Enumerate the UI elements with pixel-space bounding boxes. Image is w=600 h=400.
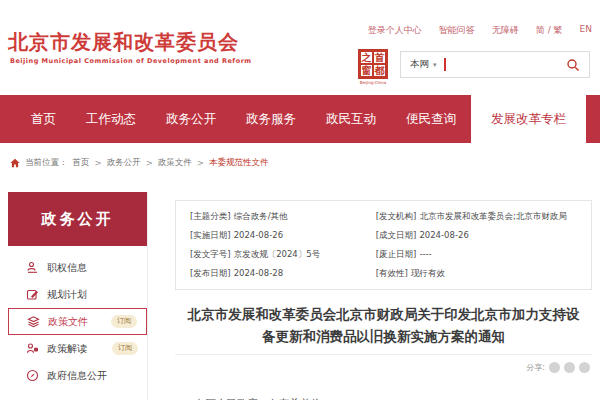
seal-char: 都 bbox=[373, 64, 386, 77]
meta-field: [发布日期]2024-08-28 bbox=[190, 268, 376, 280]
meta-field: [有效性]现行有效 bbox=[376, 268, 577, 280]
nav-item-convenient-query[interactable]: 便民查询 bbox=[391, 95, 471, 143]
sidebar-item-label: 职权信息 bbox=[47, 261, 87, 275]
nav-item-home[interactable]: 首页 bbox=[16, 95, 71, 143]
meta-field-value: ---- bbox=[419, 249, 431, 259]
meta-field-label: [主题分类] bbox=[190, 211, 231, 221]
seal-char: 窗 bbox=[360, 64, 373, 77]
sidebar-item-planning[interactable]: 规划计划 bbox=[8, 281, 147, 308]
home-icon[interactable] bbox=[10, 158, 20, 168]
breadcrumb: 当前位置： 首页 > 政务公开 > 政策文件 > 本委规范性文件 bbox=[0, 143, 600, 182]
meta-field-label: [发文机构] bbox=[376, 211, 417, 221]
sidebar-header: 政务公开 bbox=[8, 192, 147, 246]
sidebar-item-policy-interpretation[interactable]: 政策解读 订阅 bbox=[8, 335, 147, 362]
sidebar-item-label: 政策解读 bbox=[47, 342, 87, 356]
chevron-down-icon: ▾ bbox=[433, 61, 437, 69]
share-icon-3[interactable] bbox=[579, 362, 590, 373]
meta-field-value: 2024-08-26 bbox=[234, 230, 283, 240]
sidebar-item-label: 规划计划 bbox=[47, 288, 87, 302]
page: 登录个人中心 智能问答 无障碍 简 / 繁 EN 北京市发展和改革委员会 Bei… bbox=[0, 0, 600, 400]
breadcrumb-separator: > bbox=[146, 158, 153, 168]
meta-field-value: 2024-08-28 bbox=[234, 268, 283, 278]
subscribe-badge[interactable]: 订阅 bbox=[112, 342, 138, 355]
meta-field: [实施日期]2024-08-26 bbox=[190, 230, 376, 242]
meta-field-value: 京发改规〔2024〕5号 bbox=[234, 249, 321, 259]
nav-item-reform-column[interactable]: 发展改革专栏 bbox=[471, 95, 586, 143]
sidebar: 政务公开 职权信息 规划计划 政策文件 订阅 政策解读 订阅 bbox=[8, 192, 148, 400]
seal-caption: Beijing·China bbox=[358, 80, 388, 85]
nav-item-gov-services[interactable]: 政务服务 bbox=[231, 95, 311, 143]
share-icon-2[interactable] bbox=[564, 362, 575, 373]
meta-field: [发文机构]北京市发展和改革委员会;北京市财政局 bbox=[376, 211, 577, 223]
seal-char: 首 bbox=[373, 51, 386, 64]
top-link-login-personal-center[interactable]: 登录个人中心 bbox=[368, 24, 422, 37]
top-links: 登录个人中心 智能问答 无障碍 简 / 繁 EN bbox=[368, 24, 592, 37]
sidebar-item-gov-info-disclosure[interactable]: 政府信息公开 bbox=[8, 362, 147, 389]
search-bar: 本网 ▾ bbox=[400, 51, 590, 78]
document-body-text: 各区人民政府，各有关单位： bbox=[175, 397, 592, 400]
share-row: 分享: bbox=[175, 354, 592, 373]
doc-meta-panel: [主题分类]综合政务/其他 [发文机构]北京市发展和改革委员会;北京市财政局 [… bbox=[175, 200, 592, 290]
nav-item-gov-affairs[interactable]: 政务公开 bbox=[151, 95, 231, 143]
meta-field-value: 北京市发展和改革委员会;北京市财政局 bbox=[419, 211, 566, 221]
site-subtitle: Beijing Municipal Commission of Developm… bbox=[10, 57, 252, 65]
site-title[interactable]: 北京市发展和改革委员会 bbox=[8, 29, 239, 56]
nav-item-public-interaction[interactable]: 政民互动 bbox=[311, 95, 391, 143]
meta-field-label: [有效性] bbox=[376, 268, 408, 278]
share-label: 分享: bbox=[526, 362, 545, 373]
meta-field-value: 2024-08-26 bbox=[419, 230, 468, 240]
top-link-smart-qa[interactable]: 智能问答 bbox=[439, 24, 475, 37]
share-icon-1[interactable] bbox=[549, 362, 560, 373]
breadcrumb-separator: > bbox=[95, 158, 102, 168]
breadcrumb-separator: > bbox=[197, 158, 204, 168]
search-input[interactable] bbox=[446, 52, 566, 77]
meta-field-label: [废止日期] bbox=[376, 249, 417, 259]
meta-field-label: [成文日期] bbox=[376, 230, 417, 240]
breadcrumb-link-gov-affairs[interactable]: 政务公开 bbox=[107, 157, 141, 169]
content-area: [主题分类]综合政务/其他 [发文机构]北京市发展和改革委员会;北京市财政局 [… bbox=[175, 200, 592, 400]
search-scope-select[interactable]: 本网 ▾ bbox=[401, 58, 444, 71]
meta-field: [发文字号]京发改规〔2024〕5号 bbox=[190, 249, 376, 261]
person-icon bbox=[26, 261, 39, 274]
breadcrumb-link-policy-documents[interactable]: 政策文件 bbox=[158, 157, 192, 169]
seal-grid-icon: 之 首 窗 都 bbox=[358, 49, 388, 79]
seal-char: 之 bbox=[360, 51, 373, 64]
capital-window-seal-logo[interactable]: 之 首 窗 都 Beijing·China bbox=[358, 49, 388, 85]
search-icon[interactable] bbox=[566, 58, 580, 72]
meta-field: [主题分类]综合政务/其他 bbox=[190, 211, 376, 223]
meta-field-label: [发布日期] bbox=[190, 268, 231, 278]
layers-icon bbox=[27, 315, 40, 328]
search-scope-label: 本网 bbox=[410, 58, 429, 71]
sidebar-item-label: 政府信息公开 bbox=[47, 369, 107, 383]
main-nav: 首页 工作动态 政务公开 政务服务 政民互动 便民查询 发展改革专栏 bbox=[0, 95, 600, 143]
document-title: 北京市发展和改革委员会北京市财政局关于印发北京市加力支持设备更新和消费品以旧换新… bbox=[175, 303, 592, 348]
nav-item-work-news[interactable]: 工作动态 bbox=[71, 95, 151, 143]
breadcrumb-prefix: 当前位置： bbox=[25, 157, 68, 169]
plan-edit-icon bbox=[26, 288, 39, 301]
meta-field: [废止日期]---- bbox=[376, 249, 577, 261]
top-link-simplified-traditional[interactable]: 简 / 繁 bbox=[536, 24, 563, 37]
compass-icon bbox=[26, 369, 39, 382]
meta-field-label: [实施日期] bbox=[190, 230, 231, 240]
sidebar-item-partial[interactable] bbox=[8, 395, 147, 400]
top-link-english[interactable]: EN bbox=[580, 24, 592, 37]
sidebar-item-authority-info[interactable]: 职权信息 bbox=[8, 254, 147, 281]
top-link-accessibility[interactable]: 无障碍 bbox=[492, 24, 519, 37]
meta-field-label: [发文字号] bbox=[190, 249, 231, 259]
sidebar-list: 职权信息 规划计划 政策文件 订阅 政策解读 订阅 政府信息公开 bbox=[8, 246, 147, 400]
breadcrumb-link-home[interactable]: 首页 bbox=[73, 157, 90, 169]
interpret-icon bbox=[26, 342, 39, 355]
meta-field-value: 综合政务/其他 bbox=[234, 211, 288, 221]
meta-field: [成文日期]2024-08-26 bbox=[376, 230, 577, 242]
breadcrumb-current: 本委规范性文件 bbox=[209, 157, 269, 169]
meta-field-value: 现行有效 bbox=[411, 268, 445, 278]
sidebar-item-policy-documents[interactable]: 政策文件 订阅 bbox=[8, 308, 147, 335]
sidebar-item-label: 政策文件 bbox=[48, 315, 88, 329]
subscribe-badge[interactable]: 订阅 bbox=[111, 315, 137, 328]
